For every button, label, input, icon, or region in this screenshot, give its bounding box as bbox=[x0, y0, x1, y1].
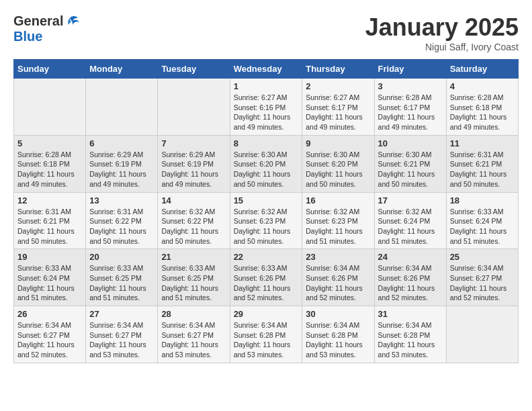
calendar-cell: 10Sunrise: 6:30 AMSunset: 6:21 PMDayligh… bbox=[374, 135, 446, 192]
day-number: 31 bbox=[378, 309, 443, 319]
calendar-cell: 17Sunrise: 6:32 AMSunset: 6:24 PMDayligh… bbox=[374, 192, 446, 249]
day-number: 12 bbox=[17, 195, 82, 205]
day-detail: Sunrise: 6:34 AMSunset: 6:28 PMDaylight:… bbox=[378, 320, 443, 360]
calendar-cell: 6Sunrise: 6:29 AMSunset: 6:19 PMDaylight… bbox=[86, 135, 158, 192]
day-detail: Sunrise: 6:28 AMSunset: 6:18 PMDaylight:… bbox=[17, 150, 82, 189]
weekday-header-row: SundayMondayTuesdayWednesdayThursdayFrid… bbox=[14, 60, 519, 79]
day-detail: Sunrise: 6:32 AMSunset: 6:23 PMDaylight:… bbox=[234, 207, 299, 246]
weekday-header-thursday: Thursday bbox=[302, 60, 374, 79]
logo: General Blue bbox=[13, 13, 79, 44]
day-number: 21 bbox=[161, 252, 226, 262]
day-detail: Sunrise: 6:28 AMSunset: 6:17 PMDaylight:… bbox=[378, 93, 443, 132]
day-detail: Sunrise: 6:31 AMSunset: 6:21 PMDaylight:… bbox=[17, 207, 82, 246]
day-number: 14 bbox=[161, 195, 226, 205]
calendar-cell bbox=[158, 79, 230, 136]
calendar-cell: 14Sunrise: 6:32 AMSunset: 6:22 PMDayligh… bbox=[158, 192, 230, 249]
day-number: 1 bbox=[234, 81, 299, 91]
day-detail: Sunrise: 6:34 AMSunset: 6:27 PMDaylight:… bbox=[89, 320, 154, 360]
calendar-cell: 16Sunrise: 6:32 AMSunset: 6:23 PMDayligh… bbox=[302, 192, 374, 249]
day-detail: Sunrise: 6:32 AMSunset: 6:24 PMDaylight:… bbox=[378, 207, 443, 246]
calendar-cell bbox=[446, 306, 518, 363]
day-detail: Sunrise: 6:27 AMSunset: 6:17 PMDaylight:… bbox=[306, 93, 370, 132]
calendar-cell: 13Sunrise: 6:31 AMSunset: 6:22 PMDayligh… bbox=[86, 192, 158, 249]
calendar-cell: 9Sunrise: 6:30 AMSunset: 6:20 PMDaylight… bbox=[302, 135, 374, 192]
calendar-cell bbox=[14, 79, 86, 136]
calendar-cell: 23Sunrise: 6:34 AMSunset: 6:26 PMDayligh… bbox=[302, 249, 374, 306]
day-number: 27 bbox=[89, 309, 154, 319]
calendar-cell: 20Sunrise: 6:33 AMSunset: 6:25 PMDayligh… bbox=[86, 249, 158, 306]
calendar-cell: 12Sunrise: 6:31 AMSunset: 6:21 PMDayligh… bbox=[14, 192, 86, 249]
week-row-2: 5Sunrise: 6:28 AMSunset: 6:18 PMDaylight… bbox=[14, 135, 519, 192]
calendar-cell: 28Sunrise: 6:34 AMSunset: 6:27 PMDayligh… bbox=[158, 306, 230, 363]
day-detail: Sunrise: 6:34 AMSunset: 6:28 PMDaylight:… bbox=[234, 320, 299, 360]
calendar-cell: 11Sunrise: 6:31 AMSunset: 6:21 PMDayligh… bbox=[446, 135, 518, 192]
day-detail: Sunrise: 6:31 AMSunset: 6:21 PMDaylight:… bbox=[450, 150, 515, 189]
day-number: 29 bbox=[234, 309, 299, 319]
day-number: 28 bbox=[161, 309, 226, 319]
calendar-table: SundayMondayTuesdayWednesdayThursdayFrid… bbox=[13, 59, 519, 363]
calendar-cell: 7Sunrise: 6:29 AMSunset: 6:19 PMDaylight… bbox=[158, 135, 230, 192]
logo-general: General bbox=[13, 13, 63, 29]
day-number: 23 bbox=[306, 252, 370, 262]
day-detail: Sunrise: 6:34 AMSunset: 6:28 PMDaylight:… bbox=[306, 320, 370, 360]
calendar-cell: 25Sunrise: 6:34 AMSunset: 6:27 PMDayligh… bbox=[446, 249, 518, 306]
calendar-cell bbox=[86, 79, 158, 136]
day-detail: Sunrise: 6:32 AMSunset: 6:23 PMDaylight:… bbox=[306, 207, 370, 246]
calendar-cell: 18Sunrise: 6:33 AMSunset: 6:24 PMDayligh… bbox=[446, 192, 518, 249]
day-number: 25 bbox=[450, 252, 515, 262]
day-number: 9 bbox=[306, 138, 370, 148]
location: Nigui Saff, Ivory Coast bbox=[365, 42, 519, 52]
week-row-5: 26Sunrise: 6:34 AMSunset: 6:27 PMDayligh… bbox=[14, 306, 519, 363]
title-area: January 2025 Nigui Saff, Ivory Coast bbox=[365, 13, 519, 52]
day-number: 17 bbox=[378, 195, 443, 205]
day-detail: Sunrise: 6:30 AMSunset: 6:21 PMDaylight:… bbox=[378, 150, 443, 189]
page-header: General Blue January 2025 Nigui Saff, Iv… bbox=[13, 13, 519, 52]
calendar-cell: 5Sunrise: 6:28 AMSunset: 6:18 PMDaylight… bbox=[14, 135, 86, 192]
week-row-1: 1Sunrise: 6:27 AMSunset: 6:16 PMDaylight… bbox=[14, 79, 519, 136]
calendar-cell: 29Sunrise: 6:34 AMSunset: 6:28 PMDayligh… bbox=[230, 306, 302, 363]
weekday-header-saturday: Saturday bbox=[446, 60, 518, 79]
calendar-cell: 26Sunrise: 6:34 AMSunset: 6:27 PMDayligh… bbox=[14, 306, 86, 363]
calendar-cell: 31Sunrise: 6:34 AMSunset: 6:28 PMDayligh… bbox=[374, 306, 446, 363]
day-detail: Sunrise: 6:32 AMSunset: 6:22 PMDaylight:… bbox=[161, 207, 226, 246]
calendar-cell: 22Sunrise: 6:33 AMSunset: 6:26 PMDayligh… bbox=[230, 249, 302, 306]
day-number: 18 bbox=[450, 195, 515, 205]
day-detail: Sunrise: 6:33 AMSunset: 6:24 PMDaylight:… bbox=[450, 207, 515, 246]
day-number: 20 bbox=[89, 252, 154, 262]
day-detail: Sunrise: 6:34 AMSunset: 6:27 PMDaylight:… bbox=[161, 320, 226, 360]
day-number: 5 bbox=[17, 138, 82, 148]
day-detail: Sunrise: 6:30 AMSunset: 6:20 PMDaylight:… bbox=[306, 150, 370, 189]
day-number: 16 bbox=[306, 195, 370, 205]
logo-blue: Blue bbox=[13, 29, 42, 44]
weekday-header-friday: Friday bbox=[374, 60, 446, 79]
day-number: 10 bbox=[378, 138, 443, 148]
day-detail: Sunrise: 6:29 AMSunset: 6:19 PMDaylight:… bbox=[161, 150, 226, 189]
calendar-cell: 19Sunrise: 6:33 AMSunset: 6:24 PMDayligh… bbox=[14, 249, 86, 306]
calendar-cell: 15Sunrise: 6:32 AMSunset: 6:23 PMDayligh… bbox=[230, 192, 302, 249]
day-number: 11 bbox=[450, 138, 515, 148]
calendar-cell: 27Sunrise: 6:34 AMSunset: 6:27 PMDayligh… bbox=[86, 306, 158, 363]
day-number: 15 bbox=[234, 195, 299, 205]
day-number: 19 bbox=[17, 252, 82, 262]
day-number: 7 bbox=[161, 138, 226, 148]
logo-bird-icon bbox=[64, 14, 79, 29]
calendar-cell: 3Sunrise: 6:28 AMSunset: 6:17 PMDaylight… bbox=[374, 79, 446, 136]
day-number: 4 bbox=[450, 81, 515, 91]
calendar-cell: 8Sunrise: 6:30 AMSunset: 6:20 PMDaylight… bbox=[230, 135, 302, 192]
day-number: 2 bbox=[306, 81, 370, 91]
day-detail: Sunrise: 6:34 AMSunset: 6:27 PMDaylight:… bbox=[17, 320, 82, 360]
calendar-cell: 30Sunrise: 6:34 AMSunset: 6:28 PMDayligh… bbox=[302, 306, 374, 363]
day-detail: Sunrise: 6:33 AMSunset: 6:25 PMDaylight:… bbox=[89, 263, 154, 303]
day-number: 26 bbox=[17, 309, 82, 319]
day-number: 6 bbox=[89, 138, 154, 148]
day-number: 30 bbox=[306, 309, 370, 319]
day-number: 13 bbox=[89, 195, 154, 205]
day-detail: Sunrise: 6:30 AMSunset: 6:20 PMDaylight:… bbox=[234, 150, 299, 189]
day-detail: Sunrise: 6:34 AMSunset: 6:26 PMDaylight:… bbox=[306, 263, 370, 303]
day-detail: Sunrise: 6:27 AMSunset: 6:16 PMDaylight:… bbox=[234, 93, 299, 132]
day-detail: Sunrise: 6:33 AMSunset: 6:26 PMDaylight:… bbox=[234, 263, 299, 303]
day-detail: Sunrise: 6:29 AMSunset: 6:19 PMDaylight:… bbox=[89, 150, 154, 189]
day-number: 3 bbox=[378, 81, 443, 91]
weekday-header-monday: Monday bbox=[86, 60, 158, 79]
day-number: 24 bbox=[378, 252, 443, 262]
